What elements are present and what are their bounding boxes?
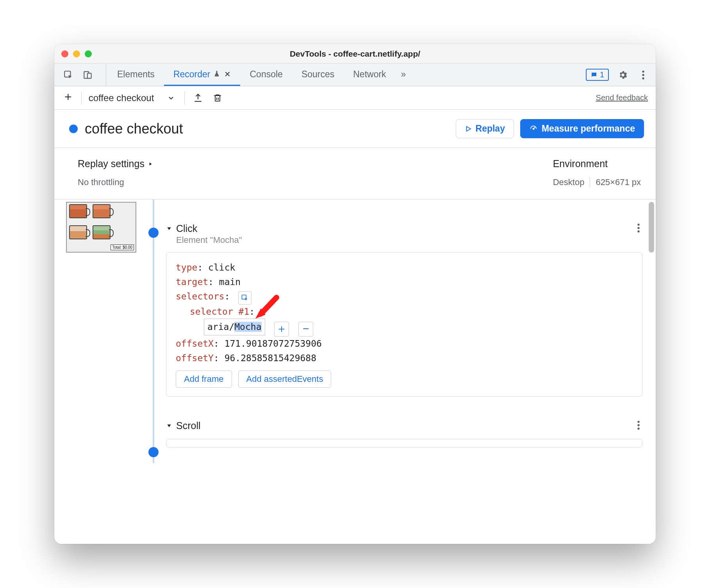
svg-point-19 xyxy=(637,428,639,429)
tab-elements[interactable]: Elements xyxy=(108,64,164,86)
step-details-card: type: click target: main selectors: sele… xyxy=(166,252,642,397)
remove-selector-button[interactable]: − xyxy=(298,322,313,337)
prop-key: selectors xyxy=(176,291,225,301)
recording-indicator-dot xyxy=(69,125,78,133)
throttling-value: No throttling xyxy=(78,177,153,187)
recording-header: coffee checkout Replay Measure performan… xyxy=(54,110,656,148)
tab-network[interactable]: Network xyxy=(344,64,395,86)
flask-icon xyxy=(213,69,220,80)
issues-count: 1 xyxy=(600,70,604,79)
export-icon[interactable] xyxy=(192,92,204,104)
replay-settings-row: Replay settings No throttling Environmen… xyxy=(54,148,656,200)
replay-label: Replay xyxy=(476,123,505,134)
tab-sources[interactable]: Sources xyxy=(292,64,344,86)
devtools-tabstrip: Elements Recorder ✕ Console Sources Netw… xyxy=(54,64,656,86)
add-selector-button[interactable]: ＋ xyxy=(274,322,289,337)
timeline-step-marker xyxy=(148,228,159,238)
tabs-overflow-button[interactable]: » xyxy=(396,64,412,86)
svg-point-17 xyxy=(637,421,639,423)
prop-value: click xyxy=(208,262,235,273)
tab-label: Elements xyxy=(117,69,155,80)
tab-label: Network xyxy=(353,69,386,80)
kebab-menu-icon[interactable] xyxy=(637,69,649,81)
window-title: DevTools - coffee-cart.netlify.app/ xyxy=(54,49,656,59)
step-thumbnail: Total: $0.00 xyxy=(66,202,136,253)
new-recording-button[interactable]: + xyxy=(62,90,74,106)
svg-point-11 xyxy=(637,224,639,226)
step-scroll: Scroll xyxy=(166,420,642,447)
svg-point-18 xyxy=(637,424,639,426)
svg-point-3 xyxy=(642,70,644,72)
inspect-element-icon[interactable] xyxy=(62,69,75,81)
steps-panel: Total: $0.00 xyxy=(54,200,656,544)
recorder-toolbar: + coffee checkout Send feedback xyxy=(54,86,656,110)
environment-viewport: 625×671 px xyxy=(596,177,641,187)
prop-value: 171.90187072753906 xyxy=(225,339,322,349)
prop-key: type xyxy=(176,262,197,273)
tab-recorder[interactable]: Recorder ✕ xyxy=(164,64,241,86)
overflow-glyph: » xyxy=(401,69,406,80)
environment-heading: Environment xyxy=(553,158,641,169)
tab-label: Console xyxy=(250,69,282,80)
replay-button[interactable]: Replay xyxy=(456,119,514,138)
selector-input[interactable]: aria/Mocha xyxy=(204,319,265,335)
prop-key: offsetY xyxy=(176,353,214,363)
svg-point-4 xyxy=(642,74,644,76)
svg-point-12 xyxy=(637,227,639,229)
recording-dropdown-icon[interactable] xyxy=(165,92,177,104)
selector-label: selector #1 xyxy=(190,306,249,317)
replay-settings-heading[interactable]: Replay settings xyxy=(78,158,153,169)
devtools-window: DevTools - coffee-cart.netlify.app/ Elem… xyxy=(54,44,656,544)
prop-value: main xyxy=(219,277,241,287)
add-frame-button[interactable]: Add frame xyxy=(176,371,232,388)
svg-marker-16 xyxy=(167,425,171,428)
expand-step-icon[interactable] xyxy=(166,422,172,430)
tab-label: Sources xyxy=(301,69,334,80)
device-toolbar-icon[interactable] xyxy=(82,69,94,81)
step-details-card xyxy=(166,439,642,447)
step-menu-icon[interactable] xyxy=(635,420,642,432)
svg-point-5 xyxy=(642,77,644,79)
settings-gear-icon[interactable] xyxy=(617,69,629,81)
step-title: Scroll xyxy=(176,420,201,431)
timeline-step-marker xyxy=(148,447,159,457)
recording-title: coffee checkout xyxy=(85,121,456,137)
delete-icon[interactable] xyxy=(211,92,224,104)
step-menu-icon[interactable] xyxy=(635,223,642,235)
svg-marker-10 xyxy=(167,227,171,230)
step-subtitle: Element "Mocha" xyxy=(176,235,242,245)
thumbnail-total-badge: Total: $0.00 xyxy=(111,244,134,250)
vertical-scrollbar[interactable] xyxy=(649,202,654,253)
step-click: Click Element "Mocha" type: click target… xyxy=(166,223,642,397)
prop-key: target xyxy=(176,277,208,287)
svg-marker-9 xyxy=(150,162,152,165)
recording-name: coffee checkout xyxy=(89,93,154,103)
titlebar: DevTools - coffee-cart.netlify.app/ xyxy=(54,44,656,64)
close-tab-icon[interactable]: ✕ xyxy=(223,69,231,79)
svg-rect-6 xyxy=(215,96,220,101)
svg-rect-2 xyxy=(87,73,91,78)
expand-step-icon[interactable] xyxy=(166,225,172,233)
measure-label: Measure performance xyxy=(542,123,635,134)
prop-key: offsetX xyxy=(176,339,214,349)
tab-console[interactable]: Console xyxy=(240,64,292,86)
timeline xyxy=(144,200,166,463)
tab-label: Recorder xyxy=(173,69,211,80)
issues-badge[interactable]: 1 xyxy=(586,69,609,81)
selector-picker-icon[interactable] xyxy=(238,291,252,305)
environment-device: Desktop xyxy=(553,177,585,187)
measure-performance-button[interactable]: Measure performance xyxy=(520,119,644,138)
svg-point-8 xyxy=(533,128,534,129)
svg-marker-7 xyxy=(466,127,471,131)
prop-value: 96.28585815429688 xyxy=(225,353,316,363)
add-asserted-events-button[interactable]: Add assertedEvents xyxy=(238,371,332,388)
send-feedback-link[interactable]: Send feedback xyxy=(596,93,648,102)
step-title: Click xyxy=(176,223,242,234)
svg-point-13 xyxy=(637,230,639,232)
